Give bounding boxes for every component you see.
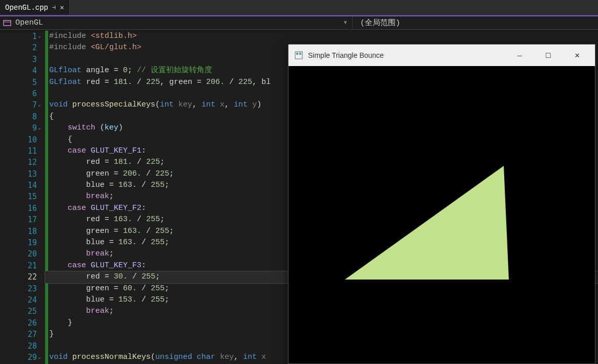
line-number: 27 [0,329,45,340]
scope-right-text: (全局范围) [360,18,400,28]
close-icon[interactable]: ✕ [60,3,64,12]
line-number: 16 [0,203,45,214]
line-number: 23 [0,283,45,294]
svg-marker-5 [345,166,509,280]
app-icon [295,51,303,59]
svg-rect-3 [296,53,298,55]
line-number: 19 [0,237,45,248]
line-number: 17 [0,214,45,225]
line-number: 20 [0,248,45,260]
line-number: 15 [0,191,45,202]
line-number: 28 [0,340,45,352]
minimize-button[interactable]: ─ [508,45,531,66]
line-number: 8 [0,111,45,122]
pin-icon[interactable]: ⊣ [52,4,56,11]
line-number: 26 [0,317,45,329]
triangle-shape [288,66,596,364]
tab-filename: OpenGL.cpp [5,4,48,12]
line-number: 25 [0,306,45,317]
line-number: 10 [0,134,45,145]
navigation-bar: OpenGL ▼ (全局范围) [0,15,598,30]
line-number: 11 [0,145,45,157]
fold-icon[interactable]: ⌄ [38,31,41,42]
line-number: 4 [0,65,45,76]
output-titlebar[interactable]: Simple Triangle Bounce ─ ☐ ✕ [288,45,595,66]
line-number: 22 [0,271,45,283]
class-icon [3,19,11,27]
svg-rect-4 [299,53,301,55]
output-title: Simple Triangle Bounce [308,51,503,59]
line-gutter: 1234567891011121314151617181920212223242… [0,30,45,364]
line-number: 18 [0,226,45,237]
line-number: 12 [0,157,45,168]
close-button[interactable]: ✕ [565,45,589,66]
chevron-down-icon: ▼ [344,20,347,26]
code-line[interactable]: ⌄#include <stdlib.h> [45,31,598,42]
line-number: 2 [0,42,45,53]
line-number: 13 [0,168,45,180]
maximize-button[interactable]: ☐ [537,45,560,66]
line-number: 24 [0,294,45,306]
tab-bar: OpenGL.cpp ⊣ ✕ [0,0,598,15]
line-number: 6 [0,88,45,99]
line-number: 3 [0,54,45,65]
fold-icon[interactable]: ⌄ [38,352,41,363]
fold-icon[interactable]: ⌄ [38,99,41,111]
scope-dropdown-left[interactable]: OpenGL ▼ [0,18,352,27]
output-window[interactable]: Simple Triangle Bounce ─ ☐ ✕ [288,44,595,364]
gl-canvas [288,66,595,363]
scope-class-text: OpenGL [15,18,43,27]
line-number: 14 [0,180,45,191]
svg-rect-0 [4,20,11,26]
line-number: 5 [0,77,45,88]
line-number: 21 [0,260,45,271]
file-tab[interactable]: OpenGL.cpp ⊣ ✕ [0,0,70,15]
fold-icon[interactable]: ⌄ [38,122,41,134]
scope-dropdown-right[interactable]: (全局范围) [352,16,598,29]
